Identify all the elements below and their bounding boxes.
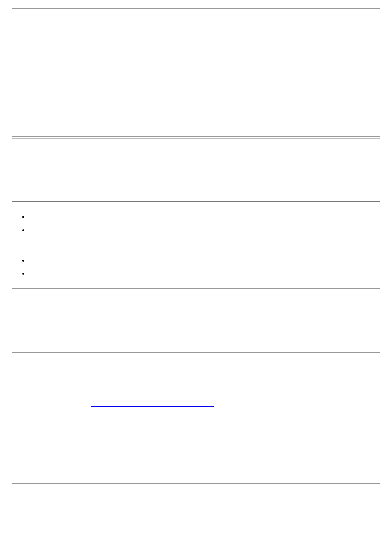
table-1-row-1: [12, 58, 380, 95]
table-3-row-1: [12, 417, 380, 446]
table-2-row-3: [12, 288, 380, 326]
table-1-underline: [12, 138, 380, 139]
link-placeholder-2[interactable]: [91, 401, 214, 407]
page-container: [0, 0, 392, 543]
bullet-list-2: [29, 253, 375, 280]
table-2: [12, 164, 380, 353]
table-2-underline: [12, 355, 380, 355]
table-2-header: [12, 164, 380, 202]
table-3-row-0: [12, 380, 380, 417]
table-3-row-3: [12, 483, 380, 533]
table-1: [12, 8, 380, 137]
list-item: [29, 210, 375, 223]
list-item: [29, 223, 375, 236]
bullet-list-1: [29, 210, 375, 237]
table-1-row-2: [12, 95, 380, 137]
table-2-row-2: [12, 245, 380, 288]
table-2-row-1: [12, 201, 380, 245]
link-placeholder-1[interactable]: [91, 79, 235, 85]
list-item: [29, 267, 375, 280]
list-item: [29, 253, 375, 267]
table-3-row-2: [12, 446, 380, 483]
table-3: [12, 380, 380, 533]
table-1-row-0: [12, 9, 380, 58]
table-2-row-4: [12, 326, 380, 352]
